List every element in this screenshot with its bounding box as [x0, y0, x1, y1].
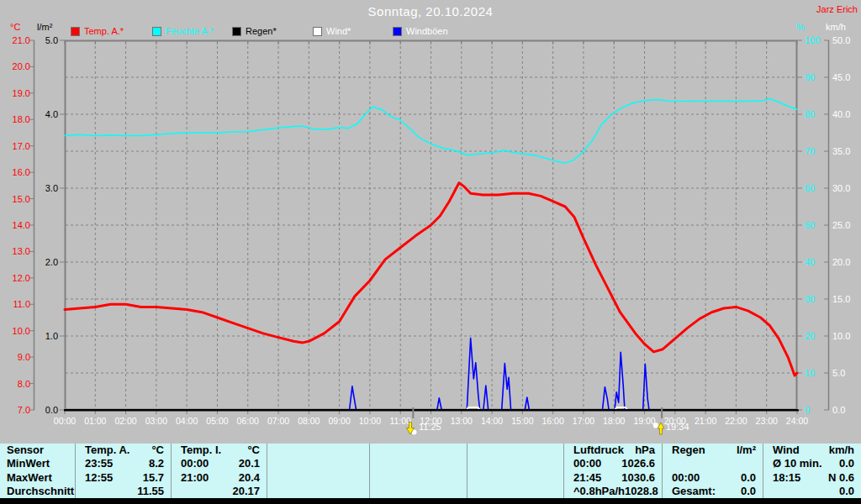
summary-table: SensorTemp. A.°CTemp. I.°CLuftdruckhPaRe…	[0, 444, 861, 498]
x-tick-label: 03:00	[145, 416, 167, 426]
rain-tick-label: 0.0	[45, 405, 58, 415]
x-tick-label: 01:00	[84, 416, 106, 426]
table-cell: 00:001026.6	[563, 457, 662, 470]
table-cell	[467, 444, 563, 457]
cell-time: Ø 10 min.	[773, 457, 822, 470]
hum-tick-label: 40	[805, 257, 815, 267]
cell-value: km/h	[829, 444, 854, 457]
wind-tick-label: 0.0	[832, 405, 845, 415]
row-label: Durchschnitt	[0, 485, 75, 498]
wind-tick-label: 40.0	[832, 109, 850, 119]
table-row-minwert: MinWert23:558.200:0020.100:001026.6Ø 10 …	[0, 457, 861, 470]
x-tick-label: 22:00	[725, 416, 747, 426]
hum-tick-label: 50	[805, 220, 815, 230]
table-cell: 18:15N 0.6	[763, 471, 861, 485]
table-cell	[467, 485, 563, 498]
cell-time: 21:45	[573, 471, 601, 485]
hum-tick-label: 20	[805, 331, 815, 341]
table-cell: Windkm/h	[763, 444, 861, 457]
temp-tick-label: 16.0	[13, 167, 30, 177]
hum-tick-label: 80	[805, 109, 815, 119]
wind-tick-label: 5.0	[832, 368, 845, 378]
table-row-sensor: SensorTemp. A.°CTemp. I.°CLuftdruckhPaRe…	[0, 444, 861, 457]
wind-tick-label: 30.0	[832, 183, 850, 193]
cell-value: 8.2	[149, 457, 164, 470]
table-cell	[267, 457, 369, 470]
temp-tick-label: 11.0	[13, 299, 30, 309]
table-cell	[369, 457, 467, 470]
x-tick-label: 13:00	[451, 416, 473, 426]
table-cell	[369, 485, 467, 498]
table-cell: Temp. I.°C	[171, 444, 267, 457]
table-row-durchschnitt: Durchschnitt11.5520.17^0.8hPa/h1028.8Ges…	[0, 485, 861, 498]
x-tick-label: 21:00	[695, 416, 716, 426]
table-cell	[267, 471, 369, 485]
row-label: MinWert	[0, 457, 75, 470]
x-tick-label: 07:00	[267, 416, 289, 426]
x-tick-label: 23:00	[756, 416, 778, 426]
wind-tick-label: 15.0	[832, 294, 850, 304]
temp-tick-label: 20.0	[13, 61, 30, 71]
x-tick-label: 10:00	[359, 416, 381, 426]
table-cell	[369, 444, 467, 457]
cell-time: 18:15	[773, 471, 800, 485]
moonset-time: 11:25	[419, 422, 441, 432]
cell-value: 11.55	[137, 485, 164, 498]
table-cell: 21:451030.6	[563, 471, 662, 485]
cell-value: 15.7	[143, 471, 164, 485]
table-cell: Temp. A.°C	[75, 444, 171, 457]
moonrise-icon	[652, 422, 664, 435]
wind-tick-label: 10.0	[832, 331, 850, 341]
x-tick-label: 16:00	[542, 416, 564, 426]
table-cell: Regenl/m²	[662, 444, 763, 457]
cell-time: Temp. I.	[181, 444, 221, 457]
chart-plot: 21.020.019.018.017.016.015.014.013.012.0…	[0, 0, 861, 458]
table-cell: 20.17	[171, 485, 267, 498]
x-tick-label: 05:00	[206, 416, 228, 426]
x-tick-label: 06:00	[237, 416, 259, 426]
cell-time: Temp. A.	[85, 444, 129, 457]
table-cell: LuftdruckhPa	[563, 444, 662, 457]
table-cell: 00:0020.1	[171, 457, 267, 470]
wind-tick-label: 35.0	[832, 146, 850, 156]
cell-value: °C	[247, 444, 260, 457]
cell-value: 0.0	[839, 485, 854, 498]
table-cell	[467, 457, 563, 470]
rain-tick-label: 2.0	[45, 257, 58, 267]
wind-tick-label: 25.0	[832, 220, 850, 230]
temp-tick-label: 13.0	[13, 246, 30, 256]
table-cell: 11.55	[75, 485, 171, 498]
table-cell	[662, 457, 763, 470]
temp-tick-label: 19.0	[13, 88, 30, 98]
temp-tick-label: 7.0	[18, 405, 30, 415]
cell-value: °C	[151, 444, 164, 457]
cell-time: 00:00	[672, 471, 700, 485]
hum-tick-label: 100	[805, 35, 820, 45]
cell-time: Gesamt:	[672, 485, 716, 498]
row-label: MaxWert	[0, 471, 75, 485]
wind-tick-label: 50.0	[832, 35, 850, 45]
hum-tick-label: 70	[805, 146, 815, 156]
temp-tick-label: 12.0	[13, 273, 30, 283]
cell-value: 1028.8	[625, 485, 658, 498]
cell-time: Regen	[672, 444, 705, 457]
x-tick-label: 09:00	[328, 416, 350, 426]
table-cell	[369, 471, 467, 485]
rain-tick-label: 3.0	[45, 183, 58, 193]
cell-value: 0.0	[741, 485, 756, 498]
cell-value: hPa	[635, 444, 655, 457]
cell-value: l/m²	[737, 444, 756, 457]
x-tick-label: 00:00	[54, 416, 76, 426]
cell-time: 21:00	[181, 471, 209, 485]
temp-tick-label: 15.0	[13, 194, 30, 204]
rain-tick-label: 4.0	[45, 109, 58, 119]
x-tick-label: 02:00	[114, 416, 136, 426]
table-cell: 12:5515.7	[75, 471, 171, 485]
temp-tick-label: 18.0	[13, 114, 30, 124]
table-cell: ^0.8hPa/h1028.8	[563, 485, 662, 498]
temp-tick-label: 9.0	[18, 352, 30, 362]
hum-tick-label: 0	[805, 405, 810, 415]
rain-tick-label: 5.0	[45, 35, 58, 45]
wind-tick-label: 20.0	[832, 257, 850, 267]
cell-time: 00:00	[181, 457, 209, 470]
